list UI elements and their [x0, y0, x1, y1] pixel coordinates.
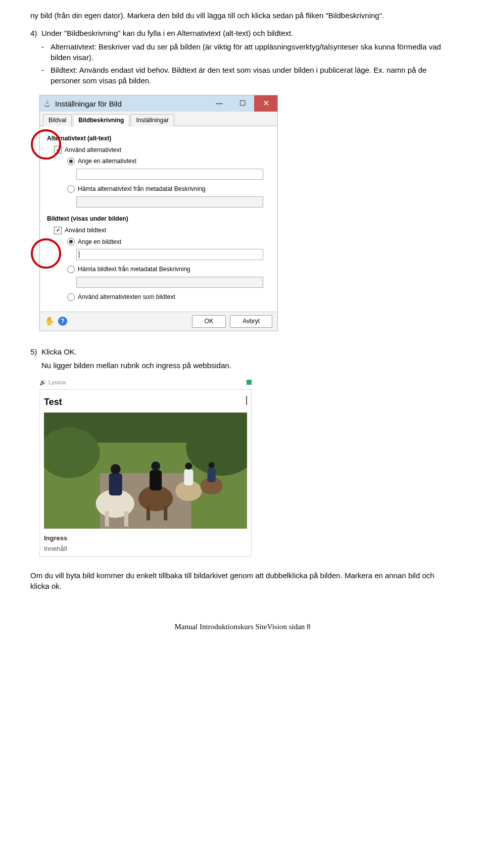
meta-alttext-input: [76, 196, 263, 208]
cursor-bar: [246, 396, 247, 405]
use-bildtext-checkbox[interactable]: [54, 227, 62, 234]
meta-bildtext-label: Hämta bildtext från metadatat Beskrivnin…: [78, 265, 190, 274]
enter-bildtext-label: Ange en bildtext: [78, 238, 121, 246]
preview-title: Test: [44, 396, 62, 409]
dialog-tabs: Bildval Bildbeskrivning Inställningar: [40, 112, 277, 126]
svg-point-9: [111, 464, 121, 474]
dash-bullet: -: [41, 65, 51, 86]
svg-point-17: [185, 463, 192, 470]
step-number-5: 5): [30, 346, 41, 357]
bildtext-legend: Bildtext (visas under bilden): [47, 215, 270, 223]
dialog-title: Inställningar för Bild: [55, 98, 208, 109]
svg-rect-7: [124, 512, 128, 527]
lyssna-link[interactable]: 🔊 Lyssna: [39, 379, 66, 386]
svg-rect-11: [147, 506, 150, 521]
svg-rect-12: [164, 506, 167, 521]
maximize-button[interactable]: ☐: [231, 95, 254, 112]
enter-alttext-label: Ange en alternativtext: [78, 157, 136, 166]
intro-paragraph: ny bild (från din egen dator). Markera d…: [30, 10, 455, 21]
step4-dash1: Alternativtext: Beskriver vad du ser på …: [51, 41, 455, 63]
dialog-titlebar: Inställningar för Bild — ☐ ✕: [40, 95, 277, 112]
lyssna-label: Lyssna: [48, 379, 66, 386]
svg-point-20: [209, 462, 215, 468]
dialog-footer: ✋ ? OK Avbryt: [40, 312, 277, 331]
enter-alttext-radio[interactable]: [67, 158, 75, 165]
tab-bildbeskrivning[interactable]: Bildbeskrivning: [73, 114, 129, 126]
closing-paragraph: Om du vill byta bild kommer du enkelt ti…: [30, 570, 455, 591]
step5-after: Nu ligger bilden mellan rubrik och ingre…: [41, 360, 455, 371]
step-4-text: Under "Bildbeskrivning" kan du fylla i e…: [41, 28, 455, 38]
step-5-text: Klicka OK.: [41, 346, 455, 357]
svg-rect-16: [184, 469, 193, 485]
image-settings-dialog: Inställningar för Bild — ☐ ✕ Bildval Bil…: [39, 95, 278, 331]
preview-box: Test: [39, 389, 252, 557]
preview-photo: [44, 413, 247, 529]
annotation-circle-2: [31, 238, 61, 269]
svg-rect-13: [150, 470, 162, 490]
alt-as-bildtext-label: Använd alternativtexten som bildtext: [78, 293, 175, 301]
close-button[interactable]: ✕: [254, 95, 277, 112]
page-footer: Manual Introduktionskurs SiteVision sida…: [30, 622, 455, 632]
ok-button[interactable]: OK: [192, 315, 226, 328]
alttext-input[interactable]: [76, 169, 263, 180]
help-icon[interactable]: ?: [58, 317, 67, 326]
alt-text-legend: Alternativtext (alt-text): [47, 134, 270, 143]
svg-rect-8: [109, 473, 122, 495]
minimize-button[interactable]: —: [208, 95, 231, 112]
svg-point-14: [151, 462, 160, 471]
enter-bildtext-radio[interactable]: [67, 238, 75, 245]
java-icon: [43, 99, 51, 108]
use-alttext-label: Använd alternativtext: [65, 146, 121, 155]
use-alttext-checkbox[interactable]: [54, 146, 62, 154]
dash-bullet: -: [41, 41, 51, 63]
svg-rect-6: [105, 512, 109, 527]
tab-installningar[interactable]: Inställningar: [130, 114, 174, 126]
meta-alttext-radio[interactable]: [67, 185, 75, 193]
cancel-button[interactable]: Avbryt: [230, 315, 272, 328]
use-bildtext-label: Använd bildtext: [65, 226, 106, 235]
svg-rect-19: [208, 468, 216, 482]
alt-as-bildtext-radio[interactable]: [67, 293, 75, 301]
step-number-4: 4): [30, 28, 41, 38]
annotation-circle-1: [31, 129, 61, 160]
preview-ingress: Ingress: [44, 534, 247, 543]
speaker-icon: 🔊: [39, 379, 46, 386]
bildtext-input[interactable]: [76, 249, 263, 260]
accessibility-icon[interactable]: ✋: [45, 317, 54, 326]
meta-alttext-label: Hämta alternativtext från metadatat Besk…: [78, 185, 206, 193]
tab-bildval[interactable]: Bildval: [43, 114, 72, 126]
meta-bildtext-radio[interactable]: [67, 266, 75, 273]
green-indicator: [247, 380, 252, 385]
dialog-panel: Alternativtext (alt-text) Använd alterna…: [40, 126, 277, 312]
web-preview: 🔊 Lyssna Test: [39, 378, 252, 557]
step4-dash2: Bildtext: Används endast vid behov. Bild…: [51, 65, 455, 86]
meta-bildtext-input: [76, 277, 263, 288]
preview-innehall: Innehåll: [44, 544, 247, 553]
